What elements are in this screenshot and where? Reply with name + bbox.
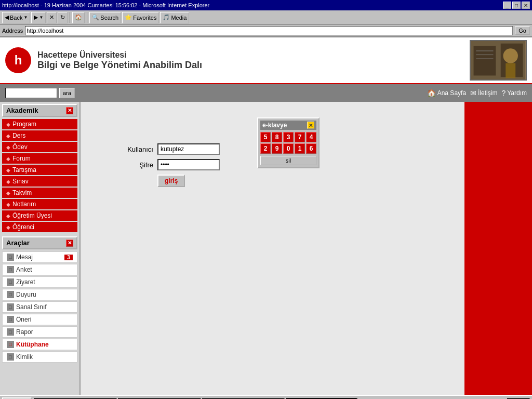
yardim-link[interactable]: ? Yardım — [501, 89, 527, 97]
akademik-section: Akademik ✕ ◆ Program ◆ Ders ◆ Ödev ◆ F — [0, 104, 79, 232]
main-layout: Akademik ✕ ◆ Program ◆ Ders ◆ Ödev ◆ F — [0, 102, 532, 395]
page-wrapper: h Hacettepe Üniversitesi Bilgi ve Belge … — [0, 37, 532, 395]
media-button[interactable]: 🎵 Media — [160, 12, 189, 23]
sidebar-item-duyuru[interactable]: □ Duyuru — [2, 289, 77, 300]
browser-title: http://localhost - 19 Haziran 2004 Cumar… — [2, 2, 209, 8]
svg-rect-1 — [474, 46, 496, 75]
mail-icon: ✉ — [470, 89, 476, 97]
bullet-icon: ◆ — [6, 190, 10, 196]
address-label: Address — [2, 28, 23, 34]
sidebar-item-kutuphane[interactable]: □ Kütüphane — [2, 339, 77, 350]
key-8[interactable]: 8 — [272, 132, 282, 142]
ara-button[interactable]: ara — [59, 88, 75, 98]
key-6[interactable]: 6 — [306, 143, 316, 154]
go-button[interactable]: Go — [515, 26, 530, 35]
sidebar-item-notlarim[interactable]: ◆ Notlarım — [2, 199, 77, 209]
browser-toolbar: ◀ Back ▼ ▶ ▼ ✕ ↻ 🏠 🔍 Search ⭐ Favorites … — [0, 10, 532, 25]
bullet-icon: ◆ — [6, 224, 10, 230]
eklavye-header: e-klavye ✕ — [260, 121, 316, 130]
sifre-input[interactable] — [157, 159, 220, 170]
key-5[interactable]: 5 — [260, 132, 271, 142]
key-7[interactable]: 7 — [295, 132, 305, 142]
ziyaret-icon: □ — [7, 278, 14, 286]
eklavye-close-btn[interactable]: ✕ — [307, 122, 314, 129]
key-1[interactable]: 1 — [295, 143, 305, 154]
header-illustration — [471, 41, 526, 79]
search-input[interactable] — [5, 88, 57, 98]
sidebar-item-program[interactable]: ◆ Program — [2, 119, 77, 129]
home-button[interactable]: 🏠 — [72, 12, 85, 23]
bullet-icon: ◆ — [6, 133, 10, 139]
search-toolbar-button[interactable]: 🔍 Search — [89, 12, 121, 23]
sidebar-item-oneri[interactable]: □ Öneri — [2, 314, 77, 325]
sil-button[interactable]: sil — [260, 156, 316, 165]
key-4[interactable]: 4 — [306, 132, 316, 142]
araclar-close-btn[interactable]: ✕ — [66, 240, 73, 247]
search-icon: 🔍 — [92, 14, 99, 21]
eklavye-title: e-klavye — [262, 122, 287, 129]
close-btn[interactable]: ✕ — [522, 2, 530, 9]
sanal-sinif-icon: □ — [7, 303, 14, 311]
giris-button[interactable]: giriş — [157, 175, 185, 187]
sifre-label: Şifre — [112, 161, 153, 169]
sidebar-item-ogrenci[interactable]: ◆ Öğrenci — [2, 222, 77, 232]
araclar-header: Araçlar ✕ — [2, 236, 77, 249]
favorites-icon: ⭐ — [125, 14, 132, 21]
bullet-icon: ◆ — [6, 122, 10, 127]
minimize-btn[interactable]: _ — [503, 2, 511, 9]
refresh-button[interactable]: ↻ — [58, 12, 68, 23]
forward-icon: ▶ — [34, 14, 38, 21]
forward-button[interactable]: ▶ ▼ — [31, 12, 46, 23]
kullanici-input[interactable] — [157, 143, 220, 155]
favorites-button[interactable]: ⭐ Favorites — [122, 12, 159, 23]
site-header: h Hacettepe Üniversitesi Bilgi ve Belge … — [0, 37, 532, 84]
address-input[interactable] — [25, 26, 513, 35]
key-2[interactable]: 2 — [260, 143, 271, 154]
sidebar-item-sinav[interactable]: ◆ Sınav — [2, 176, 77, 187]
browser-title-bar: http://localhost - 19 Haziran 2004 Cumar… — [0, 0, 532, 10]
ana-sayfa-link[interactable]: 🏠 Ana Sayfa — [427, 89, 466, 97]
sidebar-item-tartisma[interactable]: ◆ Tartışma — [2, 165, 77, 175]
kutuphane-icon: □ — [7, 341, 14, 348]
bullet-icon: ◆ — [6, 156, 10, 162]
sidebar-item-sanal-sinif[interactable]: □ Sanal Sınıf — [2, 301, 77, 313]
back-button[interactable]: ◀ Back ▼ — [2, 12, 30, 23]
media-icon: 🎵 — [163, 14, 170, 21]
sidebar-item-odev[interactable]: ◆ Ödev — [2, 142, 77, 152]
taskbar: ⊞ Start 📄 tez180604.doc - Microsо... 📄 t… — [0, 395, 532, 399]
sidebar-item-mesaj[interactable]: □ Mesaj 3 — [2, 251, 77, 263]
kullanici-label: Kullanıcı — [112, 145, 153, 153]
sidebar-item-anket[interactable]: □ Anket — [2, 264, 77, 275]
back-icon: ◀ — [5, 14, 9, 21]
bullet-icon: ◆ — [6, 179, 10, 184]
site-title: Hacettepe Üniversitesi Bilgi ve Belge Yö… — [37, 50, 470, 71]
duyuru-icon: □ — [7, 291, 14, 298]
maximize-btn[interactable]: □ — [512, 2, 521, 9]
sidebar-item-takvim[interactable]: ◆ Takvim — [2, 188, 77, 198]
sidebar-item-rapor[interactable]: □ Rapor — [2, 326, 77, 338]
akademik-close-btn[interactable]: ✕ — [66, 107, 73, 114]
sidebar-item-ogretim-uyesi[interactable]: ◆ Öğretim Üyesi — [2, 210, 77, 221]
eklavye-keys: 5 8 3 7 4 2 9 0 1 6 — [260, 132, 316, 154]
sidebar-item-ziyaret[interactable]: □ Ziyaret — [2, 276, 77, 288]
anket-icon: □ — [7, 266, 14, 273]
bullet-icon: ◆ — [6, 213, 10, 219]
giris-row: giriş — [112, 175, 444, 187]
right-sidebar — [464, 102, 532, 395]
separator-1 — [70, 12, 70, 23]
sidebar-item-ders[interactable]: ◆ Ders — [2, 130, 77, 141]
key-0[interactable]: 0 — [283, 143, 294, 154]
address-bar: Address Go — [0, 25, 532, 37]
sidebar-item-forum[interactable]: ◆ Forum — [2, 153, 77, 164]
kimlik-icon: □ — [7, 353, 14, 361]
eklavye-popup: e-klavye ✕ 5 8 3 7 4 2 9 0 1 6 sil — [257, 117, 320, 168]
nav-links: 🏠 Ana Sayfa ✉ İletişim ? Yardım — [427, 89, 527, 97]
window-controls[interactable]: _ □ ✕ — [503, 2, 530, 9]
key-9[interactable]: 9 — [272, 143, 282, 154]
sidebar-item-kimlik[interactable]: □ Kimlik — [2, 351, 77, 363]
iletisim-link[interactable]: ✉ İletişim — [470, 89, 497, 97]
key-3[interactable]: 3 — [283, 132, 294, 142]
svg-rect-4 — [506, 63, 515, 78]
stop-button[interactable]: ✕ — [47, 12, 57, 23]
home-nav-icon: 🏠 — [427, 89, 436, 97]
